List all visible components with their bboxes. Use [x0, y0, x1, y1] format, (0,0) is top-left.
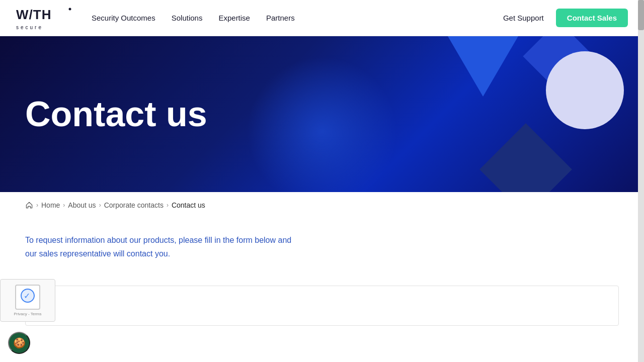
nav-item-solutions[interactable]: Solutions — [172, 14, 203, 22]
breadcrumb-current: Contact us — [172, 201, 205, 209]
home-icon[interactable] — [25, 201, 33, 209]
svg-point-1 — [69, 8, 71, 10]
main-nav: Security Outcomes Solutions Expertise Pa… — [92, 14, 295, 22]
contact-form[interactable] — [25, 286, 619, 326]
logo-wrapper: W/TH secure — [16, 6, 71, 30]
nav-item-security-outcomes[interactable]: Security Outcomes — [92, 14, 155, 22]
breadcrumb: › Home › About us › Corporate contacts ›… — [0, 192, 644, 218]
scrollbar-thumb[interactable] — [638, 0, 644, 30]
breadcrumb-corporate-contacts[interactable]: Corporate contacts — [104, 201, 164, 209]
nav-item-expertise[interactable]: Expertise — [218, 14, 250, 22]
get-support-link[interactable]: Get Support — [503, 14, 544, 22]
scrollbar[interactable] — [638, 0, 644, 326]
header-left: W/TH secure Security Outcomes Solutions … — [16, 6, 295, 30]
recaptcha-svg: ✓ — [20, 288, 36, 304]
hero-diamond-shape — [479, 123, 572, 192]
recaptcha-box[interactable]: ✓ — [15, 285, 40, 310]
contact-sales-button[interactable]: Contact Sales — [556, 9, 628, 27]
breadcrumb-sep-3: › — [99, 202, 101, 209]
header: W/TH secure Security Outcomes Solutions … — [0, 0, 644, 36]
header-right: Get Support Contact Sales — [503, 9, 628, 27]
breadcrumb-sep-4: › — [167, 202, 169, 209]
recaptcha-widget: ✓ Privacy - Terms — [0, 279, 55, 322]
hero-title: Contact us — [25, 95, 207, 134]
logo-top-text: W/TH — [16, 6, 71, 24]
breadcrumb-sep-2: › — [63, 202, 65, 209]
breadcrumb-home[interactable]: Home — [41, 201, 60, 209]
breadcrumb-sep-1: › — [36, 202, 38, 209]
hero-banner: Contact us — [0, 36, 644, 192]
hero-triangle-shape — [448, 36, 518, 97]
logo-bottom-text: secure — [16, 25, 71, 30]
nav-item-partners[interactable]: Partners — [266, 14, 295, 22]
intro-paragraph: To request information about our product… — [25, 233, 297, 260]
recaptcha-privacy-text: Privacy - Terms — [14, 312, 42, 316]
logo[interactable]: W/TH secure — [16, 6, 71, 30]
svg-text:✓: ✓ — [24, 292, 30, 300]
hero-circle-shape — [546, 51, 624, 129]
content-section: To request information about our product… — [0, 218, 644, 276]
svg-text:W/TH: W/TH — [16, 7, 51, 22]
logo-svg: W/TH — [16, 6, 71, 22]
recaptcha-icon: ✓ — [20, 288, 36, 307]
breadcrumb-about-us[interactable]: About us — [68, 201, 96, 209]
